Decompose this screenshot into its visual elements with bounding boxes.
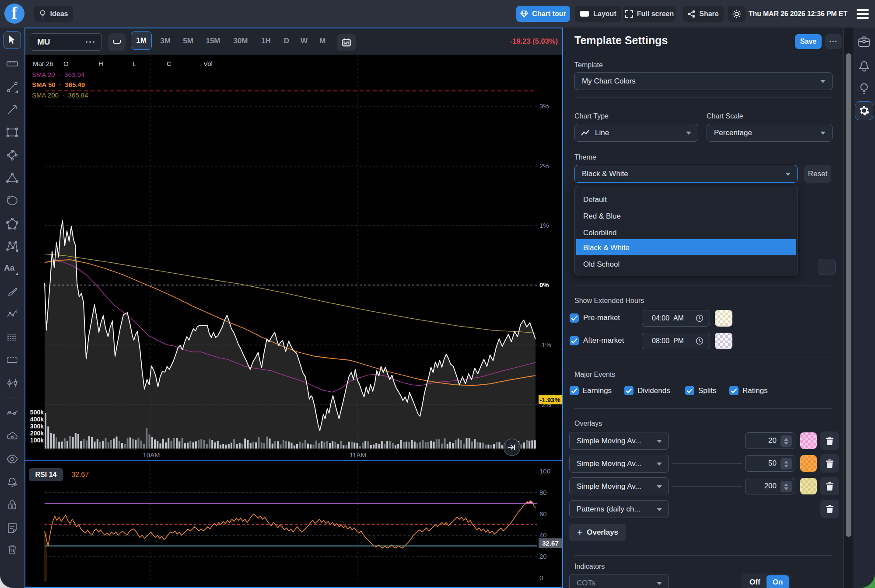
svg-text:40: 40	[539, 531, 547, 539]
svg-text:200k: 200k	[30, 430, 44, 437]
svg-text:1%: 1%	[539, 222, 549, 229]
svg-text:80: 80	[539, 489, 547, 496]
svg-text:300k: 300k	[30, 423, 44, 430]
svg-text:i: i	[16, 309, 18, 314]
svg-text:32.67: 32.67	[71, 471, 89, 478]
svg-text:32.67: 32.67	[542, 539, 559, 547]
svg-text:2%: 2%	[539, 162, 549, 170]
svg-text:60: 60	[539, 510, 547, 518]
svg-text:10AM: 10AM	[143, 451, 160, 459]
svg-text:20: 20	[539, 553, 547, 560]
svg-text:-1.93%: -1.93%	[539, 396, 560, 404]
svg-text:-1%: -1%	[539, 341, 551, 348]
svg-text:3%: 3%	[539, 102, 549, 110]
svg-text:400k: 400k	[30, 416, 44, 423]
svg-text:500k: 500k	[30, 409, 44, 416]
svg-text:11AM: 11AM	[350, 451, 366, 459]
svg-text:0: 0	[11, 504, 13, 509]
svg-text:0: 0	[539, 574, 543, 581]
svg-text:100k: 100k	[30, 437, 44, 444]
svg-text:RSI 14: RSI 14	[35, 471, 57, 478]
svg-text:0%: 0%	[539, 281, 549, 289]
svg-text:100: 100	[539, 467, 550, 475]
